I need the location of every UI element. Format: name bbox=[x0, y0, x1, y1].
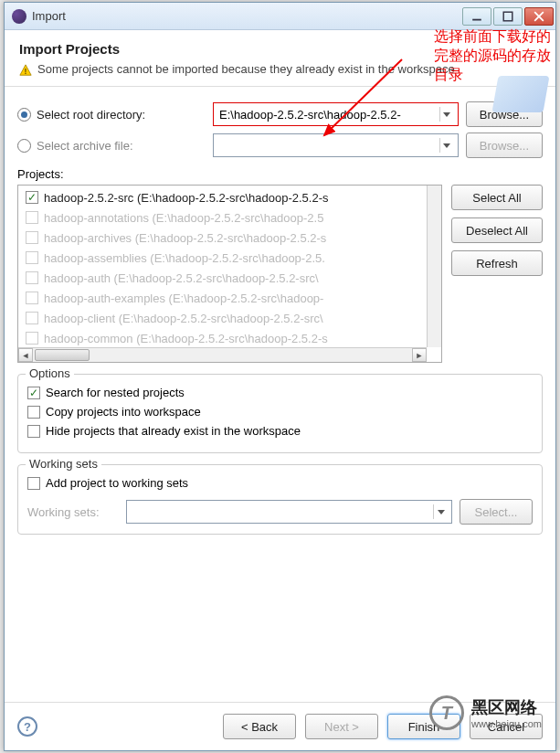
options-group: Options Search for nested projects Copy … bbox=[17, 374, 543, 453]
dropdown-arrow-icon bbox=[433, 504, 448, 519]
project-item-text: hadoop-common (E:\hadoop-2.5.2-src\hadoo… bbox=[44, 332, 328, 345]
finish-button[interactable]: Finish bbox=[387, 714, 460, 739]
archive-file-label: Select archive file: bbox=[37, 139, 206, 153]
deselect-all-button[interactable]: Deselect All bbox=[451, 217, 543, 243]
project-checkbox[interactable] bbox=[26, 191, 38, 204]
project-item-text: hadoop-auth-examples (E:\hadoop-2.5.2-sr… bbox=[44, 292, 323, 305]
dialog-footer: ? < Back Next > Finish Cancel bbox=[5, 702, 555, 750]
select-all-button[interactable]: Select All bbox=[451, 185, 543, 210]
close-button[interactable] bbox=[524, 7, 554, 26]
refresh-button[interactable]: Refresh bbox=[451, 250, 543, 276]
project-checkbox bbox=[26, 251, 38, 264]
list-item: hadoop-auth (E:\hadoop-2.5.2-src\hadoop-… bbox=[20, 268, 439, 288]
radio-archive-file[interactable] bbox=[17, 139, 31, 153]
working-sets-select-button: Select... bbox=[460, 499, 533, 525]
list-item: hadoop-assemblies (E:\hadoop-2.5.2-src\h… bbox=[20, 248, 439, 268]
checkbox-search-nested[interactable] bbox=[27, 387, 40, 399]
list-item: hadoop-annotations (E:\hadoop-2.5.2-src\… bbox=[20, 207, 439, 228]
help-icon[interactable]: ? bbox=[17, 716, 37, 737]
project-checkbox bbox=[26, 292, 38, 304]
checkbox-add-to-working-sets[interactable] bbox=[27, 477, 40, 490]
working-sets-combo bbox=[126, 500, 452, 524]
working-sets-group: Working sets Add project to working sets… bbox=[17, 464, 543, 535]
back-button[interactable]: < Back bbox=[223, 714, 296, 739]
project-item-text: hadoop-2.5.2-src (E:\hadoop-2.5.2-src\ha… bbox=[44, 191, 328, 205]
working-sets-label: Working sets: bbox=[27, 505, 119, 519]
list-item[interactable]: hadoop-2.5.2-src (E:\hadoop-2.5.2-src\ha… bbox=[20, 187, 439, 207]
project-checkbox bbox=[26, 211, 38, 224]
project-item-text: hadoop-auth (E:\hadoop-2.5.2-src\hadoop-… bbox=[44, 271, 319, 285]
list-item: hadoop-archives (E:\hadoop-2.5.2-src\had… bbox=[20, 228, 439, 248]
warning-text: Some projects cannot be imported because… bbox=[37, 62, 455, 76]
checkbox-hide-existing[interactable] bbox=[27, 425, 40, 438]
header-decoration bbox=[491, 76, 549, 112]
vertical-scrollbar[interactable] bbox=[427, 186, 441, 347]
cancel-button[interactable]: Cancel bbox=[470, 714, 543, 739]
list-item: hadoop-common (E:\hadoop-2.5.2-src\hadoo… bbox=[20, 328, 439, 348]
warning-icon: ! bbox=[19, 64, 32, 77]
radio-root-directory[interactable] bbox=[17, 108, 31, 122]
maximize-button[interactable] bbox=[493, 7, 523, 26]
horizontal-scrollbar[interactable]: ◄► bbox=[18, 347, 427, 362]
project-checkbox bbox=[26, 332, 38, 345]
dropdown-arrow-icon[interactable] bbox=[439, 138, 454, 153]
browse-archive-button: Browse... bbox=[466, 133, 543, 158]
root-directory-label: Select root directory: bbox=[37, 108, 206, 122]
minimize-button[interactable] bbox=[462, 7, 491, 26]
svg-rect-1 bbox=[503, 12, 512, 21]
window-title: Import bbox=[32, 9, 460, 23]
list-item: hadoop-auth-examples (E:\hadoop-2.5.2-sr… bbox=[20, 288, 439, 308]
dialog-header: Import Projects ! Some projects cannot b… bbox=[5, 30, 555, 87]
project-checkbox bbox=[26, 312, 38, 324]
eclipse-icon bbox=[12, 9, 26, 24]
archive-file-combo[interactable] bbox=[213, 133, 459, 157]
root-directory-combo[interactable]: E:\hadoop-2.5.2-src\hadoop-2.5.2- bbox=[213, 102, 459, 126]
project-item-text: hadoop-archives (E:\hadoop-2.5.2-src\had… bbox=[44, 231, 326, 245]
project-item-text: hadoop-assemblies (E:\hadoop-2.5.2-src\h… bbox=[44, 251, 325, 265]
titlebar[interactable]: Import bbox=[5, 3, 555, 30]
projects-list[interactable]: hadoop-2.5.2-src (E:\hadoop-2.5.2-src\ha… bbox=[17, 185, 442, 363]
page-title: Import Projects bbox=[19, 41, 541, 57]
project-item-text: hadoop-annotations (E:\hadoop-2.5.2-src\… bbox=[44, 211, 323, 225]
checkbox-copy-into-workspace[interactable] bbox=[27, 406, 40, 419]
next-button: Next > bbox=[305, 714, 378, 739]
svg-text:!: ! bbox=[25, 67, 26, 76]
projects-label: Projects: bbox=[17, 167, 543, 181]
project-checkbox bbox=[26, 231, 38, 244]
dropdown-arrow-icon[interactable] bbox=[439, 107, 454, 122]
list-item: hadoop-client (E:\hadoop-2.5.2-src\hadoo… bbox=[20, 308, 439, 328]
project-checkbox bbox=[26, 271, 38, 284]
project-item-text: hadoop-client (E:\hadoop-2.5.2-src\hadoo… bbox=[44, 312, 323, 325]
